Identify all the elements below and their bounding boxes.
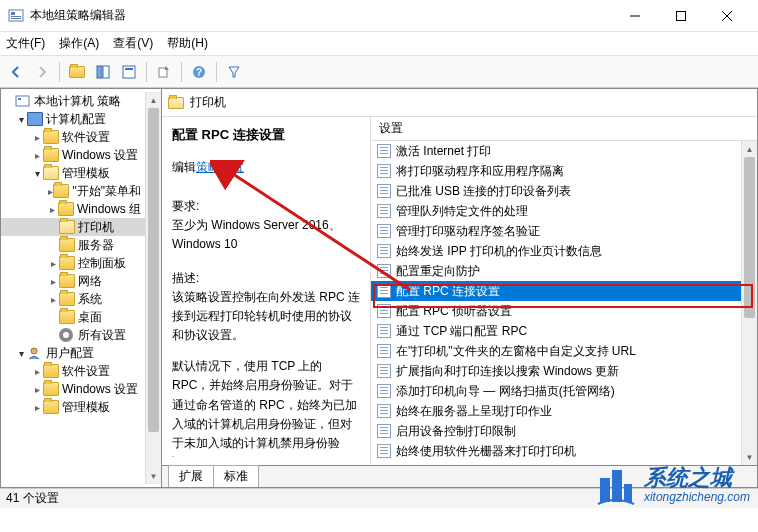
menu-help[interactable]: 帮助(H) [167,35,208,52]
watermark-logo-icon [594,464,636,506]
tree-computer-config[interactable]: ▾计算机配置 [1,110,145,128]
policy-icon [377,444,391,458]
tree-network[interactable]: ▸网络 [1,272,145,290]
settings-row[interactable]: 激活 Internet 打印 [371,141,741,161]
tree-label: 管理模板 [62,165,110,182]
tree-label: 软件设置 [62,363,110,380]
tree-user-software[interactable]: ▸软件设置 [1,362,145,380]
filter-button[interactable] [222,60,246,84]
settings-row[interactable]: 在"打印机"文件夹的左窗格中自定义支持 URL [371,341,741,361]
tree-start-menu[interactable]: ▸"开始"菜单和 [1,182,145,200]
tree-label: Windows 设置 [62,147,138,164]
settings-scrollbar[interactable]: ▲ ▼ [741,141,757,465]
policy-icon [377,404,391,418]
policy-title: 配置 RPC 连接设置 [172,125,360,146]
tree-software-settings[interactable]: ▸软件设置 [1,128,145,146]
settings-row-label: 始终使用软件光栅器来打印打印机 [396,443,576,460]
settings-row[interactable]: 始终发送 IPP 打印机的作业页计数信息 [371,241,741,261]
tree-label: 服务器 [78,237,114,254]
edit-policy-row: 编辑策略设置 [172,158,360,177]
settings-row[interactable]: 管理队列特定文件的处理 [371,201,741,221]
tree-scrollbar[interactable]: ▲ ▼ [145,92,161,484]
menu-action[interactable]: 操作(A) [59,35,99,52]
settings-row[interactable]: 添加打印机向导 — 网络扫描页(托管网络) [371,381,741,401]
scroll-down-icon[interactable]: ▼ [146,468,161,484]
tree-windows-components[interactable]: ▸Windows 组 [1,200,145,218]
tree-desktop[interactable]: 桌面 [1,308,145,326]
settings-row-label: 已批准 USB 连接的打印设备列表 [396,183,571,200]
up-button[interactable] [65,60,89,84]
settings-row[interactable]: 配置 RPC 连接设置 [371,281,741,301]
forward-button[interactable] [30,60,54,84]
edit-prefix: 编辑 [172,160,196,174]
minimize-button[interactable] [612,0,658,32]
tree-servers[interactable]: 服务器 [1,236,145,254]
watermark-url: xitongzhicheng.com [644,491,750,504]
svg-rect-0 [9,10,23,21]
settings-row[interactable]: 启用设备控制打印限制 [371,421,741,441]
settings-list[interactable]: 激活 Internet 打印将打印驱动程序和应用程序隔离已批准 USB 连接的打… [371,141,741,465]
navigation-tree[interactable]: 本地计算机 策略 ▾计算机配置 ▸软件设置 ▸Windows 设置 ▾管理模板 … [0,88,162,488]
tree-control-panel[interactable]: ▸控制面板 [1,254,145,272]
policy-icon [377,244,391,258]
help-button[interactable]: ? [187,60,211,84]
tab-standard[interactable]: 标准 [213,465,259,487]
policy-icon [377,264,391,278]
settings-row-label: 激活 Internet 打印 [396,143,491,160]
policy-icon [377,224,391,238]
tree-user-admin[interactable]: ▸管理模板 [1,398,145,416]
settings-pane: 设置 激活 Internet 打印将打印驱动程序和应用程序隔离已批准 USB 连… [370,117,757,465]
svg-text:?: ? [196,67,202,78]
back-button[interactable] [4,60,28,84]
settings-row[interactable]: 配置 RPC 侦听器设置 [371,301,741,321]
tree-user-windows[interactable]: ▸Windows 设置 [1,380,145,398]
window-title: 本地组策略编辑器 [30,7,612,24]
settings-row[interactable]: 扩展指向和打印连接以搜索 Windows 更新 [371,361,741,381]
close-button[interactable] [704,0,750,32]
policy-icon [377,144,391,158]
window-controls [612,0,750,32]
settings-column-header[interactable]: 设置 [371,117,757,141]
settings-row[interactable]: 通过 TCP 端口配置 RPC [371,321,741,341]
export-button[interactable] [152,60,176,84]
settings-row-label: 始终发送 IPP 打印机的作业页计数信息 [396,243,602,260]
menu-view[interactable]: 查看(V) [113,35,153,52]
properties-button[interactable] [117,60,141,84]
tree-admin-templates[interactable]: ▾管理模板 [1,164,145,182]
requirements-label: 要求: [172,197,360,216]
tree-label: 桌面 [78,309,102,326]
settings-row-label: 在"打印机"文件夹的左窗格中自定义支持 URL [396,343,636,360]
edit-policy-link[interactable]: 策略设置 [196,160,244,174]
tree-windows-settings[interactable]: ▸Windows 设置 [1,146,145,164]
policy-icon [377,164,391,178]
settings-row[interactable]: 始终使用软件光栅器来打印打印机 [371,441,741,461]
tree-system[interactable]: ▸系统 [1,290,145,308]
policy-icon [377,304,391,318]
tree-user-config[interactable]: ▾用户配置 [1,344,145,362]
svg-rect-1 [11,12,15,15]
scroll-up-icon[interactable]: ▲ [742,141,757,157]
show-hide-tree-button[interactable] [91,60,115,84]
content-pane: 打印机 配置 RPC 连接设置 编辑策略设置 要求: 至少为 Windows S… [162,88,758,488]
tree-root[interactable]: 本地计算机 策略 [1,92,145,110]
settings-row[interactable]: 将打印驱动程序和应用程序隔离 [371,161,741,181]
menu-file[interactable]: 文件(F) [6,35,45,52]
settings-row[interactable]: 管理打印驱动程序签名验证 [371,221,741,241]
tree-label: 软件设置 [62,129,110,146]
tree-printers[interactable]: 打印机 [1,218,145,236]
scroll-up-icon[interactable]: ▲ [146,92,161,108]
status-text: 41 个设置 [6,490,59,507]
settings-row[interactable]: 始终在服务器上呈现打印作业 [371,401,741,421]
settings-row-label: 管理打印驱动程序签名验证 [396,223,540,240]
policy-icon [377,204,391,218]
settings-row[interactable]: 已批准 USB 连接的打印设备列表 [371,181,741,201]
settings-row[interactable]: 配置重定向防护 [371,261,741,281]
tab-extended[interactable]: 扩展 [168,465,214,487]
scroll-down-icon[interactable]: ▼ [742,449,757,465]
tree-all-settings[interactable]: 所有设置 [1,326,145,344]
description-p2: 默认情况下，使用 TCP 上的 RPC，并始终启用身份验证。对于通过命名管道的 … [172,357,360,457]
maximize-button[interactable] [658,0,704,32]
svg-rect-21 [624,484,632,502]
settings-row-label: 始终在服务器上呈现打印作业 [396,403,552,420]
policy-icon [377,284,391,298]
